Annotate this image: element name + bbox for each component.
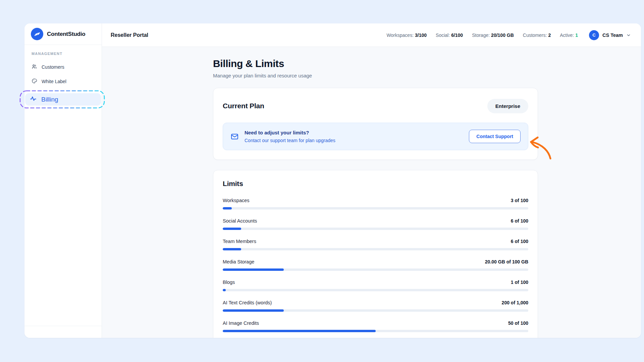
limit-value: 6 of 100 <box>511 218 528 224</box>
progress-fill <box>223 248 241 250</box>
avatar: C <box>589 30 599 40</box>
limit-label: Blogs <box>223 280 235 285</box>
banner-subtitle: Contact our support team for plan upgrad… <box>245 138 335 143</box>
limit-value: 1 of 100 <box>511 280 528 285</box>
limits-title: Limits <box>223 180 528 188</box>
sidebar: ContentStudio MANAGEMENT Customers <box>24 23 102 338</box>
limit-value: 50 of 100 <box>508 320 528 326</box>
brand-name: ContentStudio <box>47 31 85 38</box>
chevron-down-icon <box>626 33 631 38</box>
limit-value: 20.00 GB of 100 GB <box>485 259 528 264</box>
mail-icon <box>230 132 239 141</box>
portal-title: Reseller Portal <box>111 32 148 38</box>
sidebar-item-customers[interactable]: Customers <box>29 61 98 73</box>
limit-row: Team Members6 of 100 <box>223 239 528 250</box>
progress-fill <box>223 268 284 271</box>
progress-track <box>223 248 528 250</box>
limit-value: 3 of 100 <box>511 198 528 203</box>
limit-label: AI Image Credits <box>223 320 259 326</box>
app-window: ContentStudio MANAGEMENT Customers <box>24 23 641 338</box>
topbar-stats: Workspaces:3/100Social:6/100Storage:20/1… <box>386 30 631 40</box>
sidebar-item-white-label[interactable]: White Label <box>29 75 98 88</box>
limit-label: AI Text Credits (words) <box>223 300 272 305</box>
activity-icon <box>30 95 37 104</box>
progress-track <box>223 289 528 291</box>
topbar-stat: Social:6/100 <box>436 33 463 38</box>
progress-fill <box>223 228 241 230</box>
progress-track <box>223 207 528 209</box>
page-title: Billing & Limits <box>213 58 538 69</box>
nav-section-label: MANAGEMENT <box>29 52 98 56</box>
progress-track <box>223 309 528 312</box>
current-plan-title: Current Plan <box>223 102 264 110</box>
limit-value: 6 of 100 <box>511 239 528 244</box>
topbar-stat: Customers:2 <box>523 33 551 38</box>
topbar-stat: Workspaces:3/100 <box>386 33 427 38</box>
current-plan-card: Current Plan Enterprise Need to adjust y… <box>213 88 538 160</box>
limit-row: Workspaces3 of 100 <box>223 198 528 209</box>
progress-track <box>223 228 528 230</box>
sidebar-header: ContentStudio <box>24 23 102 45</box>
progress-fill <box>223 330 376 332</box>
contentstudio-logo-icon <box>31 28 43 40</box>
limit-label: Workspaces <box>223 198 250 203</box>
progress-fill <box>223 289 226 291</box>
plan-badge: Enterprise <box>487 99 528 113</box>
progress-track <box>223 268 528 271</box>
palette-icon <box>32 78 37 85</box>
limit-row: AI Image Credits50 of 100 <box>223 320 528 332</box>
sidebar-item-label: White Label <box>42 79 66 84</box>
limit-row: AI Text Credits (words)200 of 1,000 <box>223 300 528 312</box>
content-area: Billing & Limits Manage your plan limits… <box>102 47 641 338</box>
account-menu[interactable]: C CS Team <box>589 30 631 40</box>
limits-rows: Workspaces3 of 100Social Accounts6 of 10… <box>223 198 528 332</box>
progress-fill <box>223 309 284 312</box>
sidebar-item-label: Billing <box>41 96 58 103</box>
topbar: Reseller Portal Workspaces:3/100Social:6… <box>102 23 641 47</box>
sidebar-item-billing[interactable]: Billing <box>25 93 101 106</box>
topbar-stat: Storage:20/100 GB <box>472 33 514 38</box>
limit-row: Blogs1 of 100 <box>223 280 528 291</box>
banner-title: Need to adjust your limits? <box>245 130 335 135</box>
support-banner: Need to adjust your limits? Contact our … <box>223 123 528 150</box>
main-area: Reseller Portal Workspaces:3/100Social:6… <box>102 23 641 338</box>
limit-row: Social Accounts6 of 100 <box>223 218 528 230</box>
progress-track <box>223 330 528 332</box>
topbar-stat: Active:1 <box>560 33 578 38</box>
sidebar-footer <box>24 326 102 338</box>
page-subtitle: Manage your plan limits and resource usa… <box>213 73 538 78</box>
sidebar-item-label: Customers <box>42 64 64 70</box>
users-icon <box>32 64 37 70</box>
limit-row: Media Storage20.00 GB of 100 GB <box>223 259 528 271</box>
sidebar-nav: MANAGEMENT Customers <box>24 45 102 326</box>
account-name: CS Team <box>602 33 623 38</box>
limit-label: Team Members <box>223 239 256 244</box>
limit-label: Social Accounts <box>223 218 257 224</box>
progress-fill <box>223 207 232 209</box>
limit-value: 200 of 1,000 <box>502 300 528 305</box>
limit-label: Media Storage <box>223 259 254 264</box>
limits-card: Limits Workspaces3 of 100Social Accounts… <box>213 170 538 338</box>
contact-support-button[interactable]: Contact Support <box>469 130 521 143</box>
